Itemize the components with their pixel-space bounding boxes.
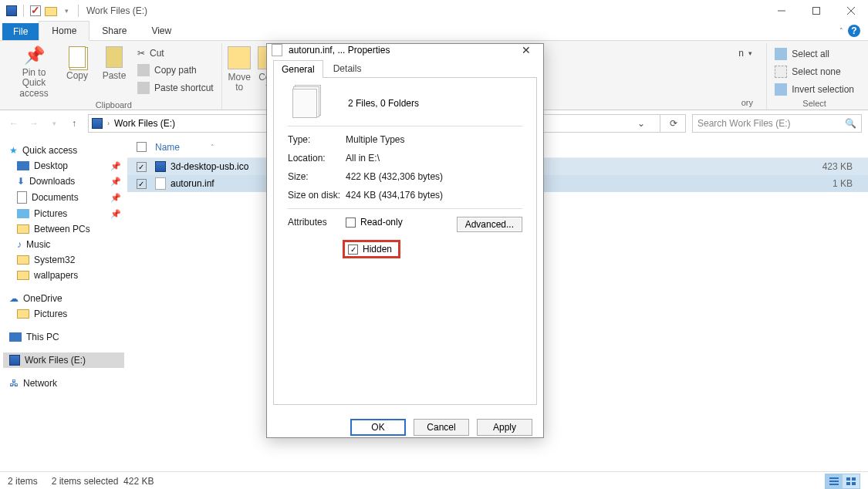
divider xyxy=(288,208,522,209)
address-segment[interactable]: Work Files (E:) xyxy=(114,118,175,129)
nav-label: Work Files (E:) xyxy=(25,355,86,366)
group-label-open-fragment: ory xyxy=(741,96,753,110)
tab-home[interactable]: Home xyxy=(39,21,90,41)
qat-dropdown-icon[interactable]: ▾ xyxy=(59,4,73,18)
tab-details[interactable]: Details xyxy=(325,59,370,77)
nav-network[interactable]: 🖧Network xyxy=(3,376,124,391)
file-icon xyxy=(155,161,166,172)
nav-desktop[interactable]: Desktop📌 xyxy=(3,158,124,174)
search-input[interactable]: Search Work Files (E:) 🔍 xyxy=(692,114,862,133)
location-label: Location: xyxy=(288,153,346,164)
tab-view[interactable]: View xyxy=(139,22,184,40)
address-dropdown[interactable]: ⌄ xyxy=(627,118,655,129)
select-all-button[interactable]: Select all xyxy=(772,46,857,62)
nav-between-pcs[interactable]: Between PCs xyxy=(3,221,124,237)
dialog-close-button[interactable]: ✕ xyxy=(514,44,539,56)
dialog-content: 2 Files, 0 Folders Type:Multiple Types L… xyxy=(273,78,537,405)
pin-to-quick-access-button[interactable]: 📌 Pin to Quick access xyxy=(11,43,57,99)
maximize-button[interactable] xyxy=(799,0,833,22)
invert-selection-icon xyxy=(775,83,787,96)
tab-share[interactable]: Share xyxy=(90,22,139,40)
select-none-icon xyxy=(775,66,787,78)
nav-quick-access[interactable]: ★Quick access xyxy=(3,143,124,158)
pin-icon: 📌 xyxy=(110,193,121,203)
close-button[interactable] xyxy=(833,0,868,22)
icons-view-button[interactable] xyxy=(843,474,860,488)
group-label-clipboard: Clipboard xyxy=(96,99,132,112)
minimize-button[interactable] xyxy=(764,0,799,22)
dialog-titlebar[interactable]: autorun.inf, ... Properties ✕ xyxy=(267,44,543,56)
nav-work-files[interactable]: Work Files (E:) xyxy=(3,352,124,368)
nav-label: Between PCs xyxy=(34,224,90,234)
cut-button[interactable]: ✂Cut xyxy=(134,46,217,60)
pictures-icon xyxy=(17,209,29,218)
quick-access-toolbar: ▾ xyxy=(0,4,82,18)
refresh-button[interactable]: ⟳ xyxy=(665,118,682,129)
pin-icon: 📌 xyxy=(110,177,121,187)
nav-onedrive[interactable]: ☁OneDrive xyxy=(3,291,124,306)
hidden-checkbox[interactable]: ✓ xyxy=(348,244,358,255)
size-on-disk-value: 424 KB (434,176 bytes) xyxy=(346,190,443,201)
header-checkbox[interactable] xyxy=(127,142,155,152)
recent-dropdown[interactable]: ▾ xyxy=(46,116,62,131)
ribbon-collapse[interactable]: ˄ ? xyxy=(832,22,868,40)
row-checkbox[interactable]: ✓ xyxy=(137,179,147,189)
new-folder-icon[interactable] xyxy=(44,4,58,18)
properties-icon[interactable] xyxy=(29,4,42,18)
pin-label: Pin to Quick access xyxy=(11,68,57,99)
ribbon-group-clipboard: 📌 Pin to Quick access Copy Paste ✂Cut Co… xyxy=(6,43,222,110)
tab-general[interactable]: General xyxy=(273,60,323,78)
star-icon: ★ xyxy=(9,145,18,156)
select-all-icon xyxy=(775,48,787,60)
apply-button[interactable]: Apply xyxy=(477,419,532,436)
paste-button[interactable]: Paste xyxy=(97,43,131,81)
window-controls xyxy=(764,0,868,22)
forward-button[interactable]: → xyxy=(26,116,42,131)
invert-selection-button[interactable]: Invert selection xyxy=(772,82,857,97)
attributes-label: Attributes xyxy=(288,217,346,228)
nav-downloads[interactable]: ⬇Downloads📌 xyxy=(3,174,124,189)
move-to-button[interactable]: Move to xyxy=(224,43,255,93)
copy-path-button[interactable]: Copy path xyxy=(134,62,217,78)
row-checkbox[interactable]: ✓ xyxy=(137,162,147,172)
nav-music[interactable]: ♪Music xyxy=(3,237,124,252)
details-view-button[interactable] xyxy=(826,474,843,488)
hidden-label: Hidden xyxy=(363,244,392,255)
open-dropdown-fragment[interactable]: n ▾ xyxy=(735,46,758,60)
select-none-button[interactable]: Select none xyxy=(772,64,857,79)
nav-pictures[interactable]: Pictures📌 xyxy=(3,206,124,221)
help-icon[interactable]: ? xyxy=(848,25,860,37)
ok-button[interactable]: OK xyxy=(350,419,406,436)
dialog-body: General Details 2 Files, 0 Folders Type:… xyxy=(267,56,543,411)
nav-system32[interactable]: System32 xyxy=(3,252,124,268)
cancel-button[interactable]: Cancel xyxy=(414,419,469,436)
pc-icon xyxy=(9,332,22,342)
advanced-button[interactable]: Advanced... xyxy=(457,217,522,232)
readonly-checkbox[interactable] xyxy=(346,218,356,228)
nav-documents[interactable]: Documents📌 xyxy=(3,189,124,206)
properties-dialog: autorun.inf, ... Properties ✕ General De… xyxy=(266,43,544,438)
type-value: Multiple Types xyxy=(346,134,404,145)
chevron-down-icon: ▾ xyxy=(748,49,752,57)
nav-label: Downloads xyxy=(29,176,75,187)
paste-shortcut-button[interactable]: Paste shortcut xyxy=(134,80,217,96)
pin-icon: 📌 xyxy=(24,46,45,65)
nav-pictures-onedrive[interactable]: Pictures xyxy=(3,306,124,322)
tab-file[interactable]: File xyxy=(2,23,39,40)
sort-caret-icon: ˄ xyxy=(211,143,214,151)
nav-arrows: ← → ▾ ↑ xyxy=(6,116,82,131)
file-icon xyxy=(272,44,282,56)
nav-label: OneDrive xyxy=(23,293,62,304)
nav-label: This PC xyxy=(26,332,59,342)
group-label-organize xyxy=(252,96,254,110)
up-button[interactable]: ↑ xyxy=(66,116,82,131)
drive-icon xyxy=(92,118,103,129)
back-button[interactable]: ← xyxy=(6,116,22,131)
nav-label: Network xyxy=(23,378,57,389)
ribbon-group-select: Select all Select none Invert selection … xyxy=(767,43,862,110)
nav-this-pc[interactable]: This PC xyxy=(3,329,124,345)
pin-icon: 📌 xyxy=(110,161,121,171)
copy-button[interactable]: Copy xyxy=(60,43,94,81)
nav-wallpapers[interactable]: wallpapers xyxy=(3,268,124,283)
location-value: All in E:\ xyxy=(346,153,380,164)
